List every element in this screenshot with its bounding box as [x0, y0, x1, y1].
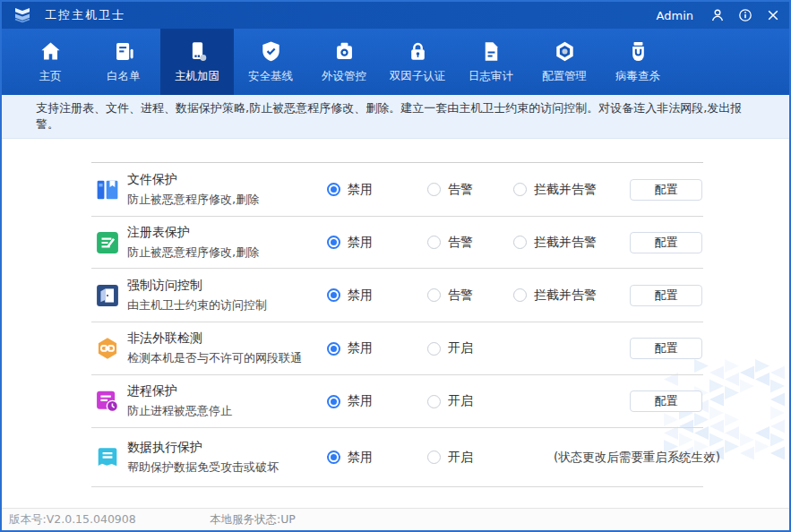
row-illegal-connection-detection: 非法外联检测 检测本机是否与不许可的网段联通 禁用 开启 配置: [91, 322, 703, 375]
radio-block-alert[interactable]: 拦截并告警: [513, 287, 597, 304]
tab-log-audit[interactable]: 日志审计: [454, 29, 528, 95]
whitelist-icon: [112, 39, 136, 64]
dep-protection-icon: [96, 446, 119, 469]
user-icon[interactable]: [710, 8, 725, 22]
app-title: 工控主机卫士: [45, 7, 125, 23]
version-label: 版本号:V2.0.15.040908: [9, 509, 136, 530]
feature-subtitle: 防止进程被恶意停止: [127, 403, 232, 419]
radio-disable[interactable]: 禁用: [327, 235, 373, 251]
feature-title: 非法外联检测: [127, 330, 302, 347]
info-icon[interactable]: [738, 8, 752, 22]
tab-two-factor-auth[interactable]: 双因子认证: [381, 29, 454, 95]
main-content: 文件保护 防止被恶意程序修改,删除 禁用 告警 拦截并告警 配置 注册表保护 防…: [2, 139, 789, 508]
config-hexagon-icon: [553, 39, 577, 64]
config-button[interactable]: 配置: [630, 285, 702, 306]
feature-title: 注册表保护: [127, 225, 259, 241]
tab-host-hardening[interactable]: 主机加固: [160, 29, 234, 95]
feature-title: 数据执行保护: [127, 440, 279, 456]
home-icon: [39, 39, 63, 64]
radio-disable[interactable]: 禁用: [327, 182, 373, 198]
row-dep-protection: 数据执行保护 帮助保护数据免受攻击或破坏 禁用 开启 (状态更改后需要重启系统生…: [91, 428, 703, 487]
feature-subtitle: 由主机卫士约束的访问控制: [127, 297, 267, 313]
radio-alert[interactable]: 告警: [427, 287, 473, 304]
tab-whitelist[interactable]: 白名单: [87, 29, 160, 95]
radio-disable[interactable]: 禁用: [327, 393, 373, 409]
feature-subtitle: 防止被恶意程序修改,删除: [127, 192, 259, 208]
radio-enable[interactable]: 开启: [427, 393, 473, 409]
close-icon[interactable]: [766, 8, 780, 22]
nav-bar: 主页 白名单 主机加固 安全基线: [2, 29, 789, 95]
file-protection-icon: [96, 178, 119, 202]
host-hardening-icon: [185, 39, 210, 64]
feature-subtitle: 检测本机是否与不许可的网段联通: [127, 350, 302, 366]
registry-protection-icon: [96, 231, 119, 254]
row-access-control: 强制访问控制 由主机卫士约束的访问控制 禁用 告警 拦截并告警 配置: [91, 269, 703, 322]
config-button[interactable]: 配置: [630, 232, 702, 253]
row-process-protection: 进程保护 防止进程被恶意停止 禁用 开启 配置: [91, 375, 703, 428]
process-protection-icon: [96, 390, 119, 413]
restart-note: (状态更改后需要重启系统生效): [554, 450, 720, 466]
feature-subtitle: 防止被恶意程序修改,删除: [127, 245, 259, 261]
tab-home[interactable]: 主页: [13, 29, 87, 95]
radio-block-alert[interactable]: 拦截并告警: [513, 182, 597, 198]
service-status-label: 本地服务状态:UP: [210, 509, 296, 530]
tab-peripheral-control[interactable]: 外设管控: [307, 29, 381, 95]
tab-security-baseline[interactable]: 安全基线: [234, 29, 307, 95]
config-button[interactable]: 配置: [630, 338, 702, 359]
radio-alert[interactable]: 告警: [427, 182, 473, 198]
module-description: 支持注册表、文件、进程、数据保护策略,防止被恶意程序修改、删除。建立一套由主机卫…: [2, 95, 789, 139]
titlebar: 工控主机卫士 Admin: [2, 2, 789, 29]
feature-title: 文件保护: [127, 172, 259, 188]
app-window: 工控主机卫士 Admin 主页: [0, 0, 791, 532]
user-label: Admin: [657, 9, 693, 22]
feature-title: 进程保护: [127, 383, 232, 399]
radio-disable[interactable]: 禁用: [327, 450, 373, 466]
lock-icon: [406, 39, 430, 64]
feature-title: 强制访问控制: [127, 278, 267, 294]
radio-enable[interactable]: 开启: [427, 340, 473, 356]
log-file-icon: [479, 39, 503, 64]
shield-check-icon: [259, 39, 283, 64]
network-detection-icon: [96, 337, 119, 360]
radio-disable[interactable]: 禁用: [327, 340, 373, 356]
row-registry-protection: 注册表保护 防止被恶意程序修改,删除 禁用 告警 拦截并告警 配置: [91, 217, 703, 269]
access-control-icon: [96, 284, 119, 307]
row-file-protection: 文件保护 防止被恶意程序修改,删除 禁用 告警 拦截并告警 配置: [91, 163, 703, 217]
radio-enable[interactable]: 开启: [427, 450, 473, 466]
virus-scan-icon: [626, 39, 650, 64]
config-button[interactable]: 配置: [630, 390, 702, 412]
status-bar: 版本号:V2.0.15.040908 本地服务状态:UP: [2, 508, 789, 530]
radio-disable[interactable]: 禁用: [327, 287, 373, 304]
peripheral-icon: [332, 39, 357, 64]
config-button[interactable]: 配置: [630, 179, 702, 201]
tab-config-management[interactable]: 配置管理: [528, 29, 601, 95]
app-logo-icon: [13, 5, 32, 25]
tab-virus-scan[interactable]: 病毒查杀: [601, 29, 675, 95]
feature-table: 文件保护 防止被恶意程序修改,删除 禁用 告警 拦截并告警 配置 注册表保护 防…: [91, 162, 703, 487]
feature-subtitle: 帮助保护数据免受攻击或破坏: [127, 459, 279, 476]
radio-alert[interactable]: 告警: [427, 235, 473, 251]
radio-block-alert[interactable]: 拦截并告警: [513, 235, 597, 251]
